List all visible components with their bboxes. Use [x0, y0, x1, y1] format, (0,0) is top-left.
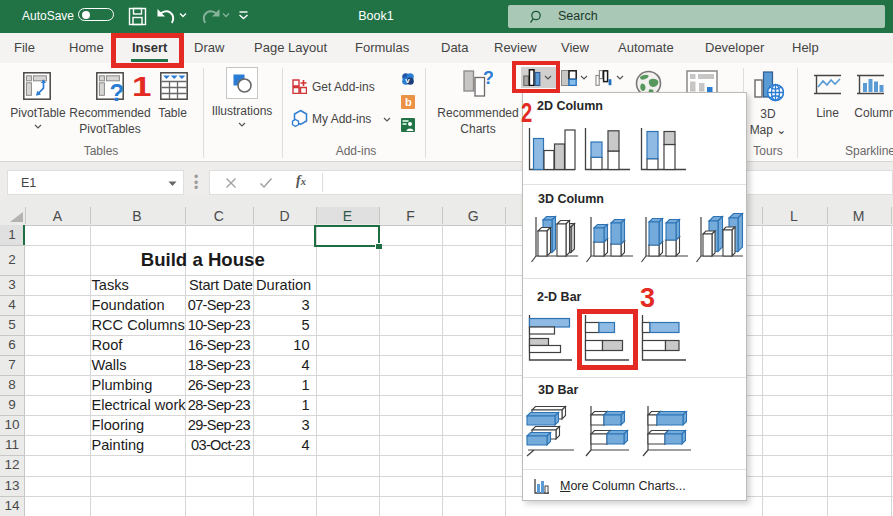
svg-text:?: ? — [110, 79, 125, 102]
svg-text:b: b — [405, 96, 412, 108]
svg-text:?: ? — [483, 70, 493, 88]
svg-text:v: v — [405, 76, 410, 85]
